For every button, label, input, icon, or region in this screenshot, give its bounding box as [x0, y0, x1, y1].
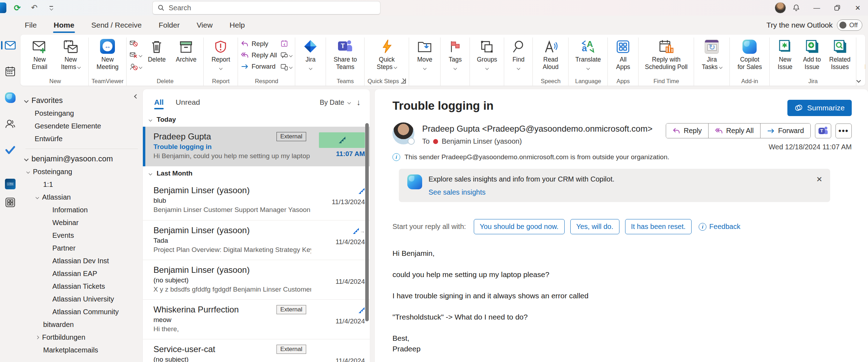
folder-webinar[interactable]: Webinar	[25, 216, 143, 229]
sender-avatar[interactable]	[392, 122, 414, 144]
folder-bitwarden[interactable]: bitwarden	[25, 318, 143, 331]
menu-folder[interactable]: Folder	[159, 18, 180, 32]
folder-posteingang[interactable]: Posteingang	[25, 165, 143, 178]
account-header[interactable]: benjamin@yasoon.com	[25, 153, 143, 165]
menu-file[interactable]: File	[25, 18, 37, 32]
new-meeting-button[interactable]: ↔ New Meeting	[93, 38, 122, 70]
read-aloud-button[interactable]: Read Aloud	[536, 38, 565, 70]
appbar-calendar[interactable]	[2, 62, 18, 81]
tab-unread[interactable]: Unread	[176, 96, 200, 109]
menu-view[interactable]: View	[197, 18, 212, 32]
appbar-copilot[interactable]	[2, 88, 18, 107]
folder-atlassian-community[interactable]: Atlassian Community	[25, 305, 143, 318]
share-to-teams-button[interactable]: T Share to Teams	[329, 38, 361, 70]
jira-action-highlight[interactable]	[319, 132, 365, 148]
archive-button[interactable]: Archive	[171, 38, 200, 63]
new-email-button[interactable]: New Email	[25, 38, 54, 70]
close-button[interactable]: ✕	[847, 0, 868, 16]
summarize-button[interactable]: Summarize	[787, 100, 852, 116]
favorite-gesendete-elemente[interactable]: Gesendete Elemente	[25, 120, 143, 132]
cleanup-button[interactable]	[129, 51, 142, 60]
list-item-selected[interactable]: Pradeep GuptaExternal Trouble logging in…	[143, 127, 370, 166]
menu-home[interactable]: Home	[54, 18, 74, 32]
send-receive-sync-icon[interactable]: ⟳	[11, 2, 23, 14]
list-item[interactable]: Whiskerina PurrfectionExternal meow Hi t…	[143, 299, 370, 339]
appbar-todo[interactable]	[2, 141, 18, 159]
menu-send-receive[interactable]: Send / Receive	[91, 18, 141, 32]
folder-atlassian[interactable]: Atlassian	[25, 191, 143, 203]
forward-button[interactable]: Forward	[241, 62, 277, 71]
restore-button[interactable]	[827, 0, 847, 16]
tags-button[interactable]: Tags	[443, 38, 467, 71]
block-sender-button[interactable]	[129, 62, 142, 71]
sort-by-date[interactable]: By Date	[320, 98, 350, 107]
favorite-posteingang[interactable]: Posteingang	[25, 107, 143, 120]
account-avatar[interactable]	[775, 2, 786, 13]
sort-direction-icon[interactable]: ↓	[357, 98, 361, 107]
reply-all-button[interactable]: Reply All	[241, 50, 277, 60]
appbar-people[interactable]	[2, 115, 18, 133]
all-apps-button[interactable]: All Apps	[611, 38, 635, 70]
reply-im-button[interactable]	[280, 51, 292, 60]
scheduling-poll-button[interactable]: Reply with Scheduling Poll	[641, 38, 691, 70]
more-actions-button[interactable]: •••	[835, 123, 852, 138]
close-banner-icon[interactable]: ✕	[816, 175, 822, 184]
related-issues-button[interactable]: Related Issues	[826, 38, 853, 70]
list-item[interactable]: Benjamin Linser (yasoon) Tada Project Pl…	[143, 220, 370, 260]
ignore-button[interactable]	[129, 39, 142, 48]
suggested-reply-2[interactable]: Yes, will do.	[570, 219, 619, 234]
see-sales-insights-link[interactable]: See sales insights	[429, 188, 485, 196]
reply-all-button[interactable]: Reply All	[709, 123, 761, 138]
find-button[interactable]: Find	[507, 38, 530, 71]
reply-button[interactable]: Reply	[241, 39, 277, 48]
jira-button[interactable]: Jira	[298, 38, 323, 71]
folder-fortbildungen[interactable]: Fortbildungen	[25, 331, 143, 344]
share-to-teams-button[interactable]: T	[815, 123, 831, 138]
group-header-today[interactable]: Today	[143, 113, 370, 127]
folder-events[interactable]: Events	[25, 229, 143, 242]
list-item[interactable]: Benjamin Linser (yasoon) blub Benjamin L…	[143, 180, 370, 220]
feedback-link[interactable]: iFeedback	[699, 223, 740, 231]
reply-with-meeting-button[interactable]	[280, 39, 292, 48]
folder-atlassian-dev-inst[interactable]: Atlassian Dev Inst	[25, 254, 143, 267]
search-input[interactable]	[169, 4, 375, 12]
favorite-entwuerfe[interactable]: Entwürfe	[25, 132, 143, 145]
favorites-header[interactable]: Favorites	[25, 94, 143, 107]
folder-atlassian-university[interactable]: Atlassian University	[25, 293, 143, 305]
report-button[interactable]: Report	[206, 38, 235, 71]
new-issue-button[interactable]: New Issue	[773, 38, 797, 70]
groups-button[interactable]: Groups	[473, 38, 501, 71]
list-scrollbar[interactable]	[365, 123, 369, 321]
appbar-mail[interactable]	[2, 36, 18, 54]
move-button[interactable]: Move	[412, 38, 437, 71]
minimize-button[interactable]: —	[806, 0, 827, 16]
reply-button[interactable]: Reply	[666, 123, 709, 138]
folder-atlassian-eap[interactable]: Atlassian EAP	[25, 267, 143, 280]
copilot-for-sales-button[interactable]: Copilot for Sales	[733, 38, 767, 70]
notifications-bell-icon[interactable]	[786, 0, 806, 16]
delete-button[interactable]: Delete	[143, 38, 170, 63]
list-item[interactable]: Service-user-catExternal (no subject) Hi…	[143, 339, 370, 362]
quick-steps-button[interactable]: Quick Steps	[371, 38, 403, 70]
recipient-name[interactable]: Benjamin Linser (yasoon)	[442, 137, 522, 145]
dialog-launcher-icon[interactable]	[401, 79, 406, 84]
suggested-reply-1[interactable]: You should be good now.	[474, 219, 565, 234]
undo-icon[interactable]: ↶	[28, 2, 40, 14]
add-to-issue-button[interactable]: Add to Issue	[799, 38, 825, 70]
customize-toolbar-icon[interactable]	[45, 2, 57, 14]
jira-tasks-button[interactable]: ↻ Jira Tasks	[697, 38, 727, 70]
search-bar[interactable]	[152, 1, 380, 15]
new-items-button[interactable]: New Items	[56, 38, 86, 70]
tab-all[interactable]: All	[154, 96, 164, 109]
appbar-addin-app[interactable]: :-?>	[2, 175, 18, 193]
menu-help[interactable]: Help	[229, 18, 245, 32]
suggested-reply-3[interactable]: It has been reset.	[625, 219, 692, 234]
folder-information[interactable]: Information	[25, 203, 143, 216]
forward-button[interactable]: Forward	[761, 123, 810, 138]
reply-device-button[interactable]	[280, 62, 292, 71]
list-item[interactable]: Benjamin Linser (yasoon) (no subject) X …	[143, 260, 370, 299]
appbar-more-apps[interactable]	[2, 193, 18, 212]
viva-insights-button[interactable]: Viva Insights	[859, 38, 865, 70]
folder-marketplacemails[interactable]: Marketplacemails	[25, 344, 143, 356]
new-outlook-toggle[interactable]: Off	[837, 19, 862, 31]
